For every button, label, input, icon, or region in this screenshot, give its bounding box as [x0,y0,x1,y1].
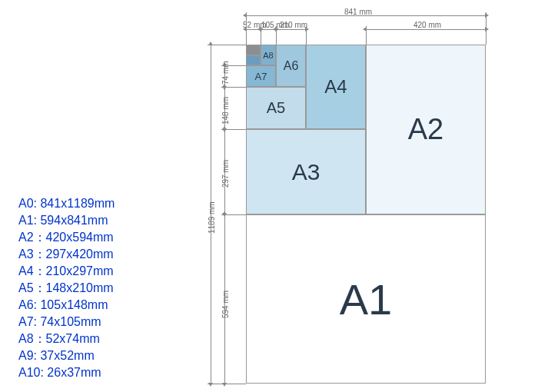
sheet-a1: A1 [246,214,486,384]
tick-line [276,26,277,45]
sheet-label: A1 [340,274,393,324]
tick-line [221,87,246,88]
sheet-a9-a10 [246,45,261,55]
dim-label-210: 210 mm [280,21,307,29]
sheet-label: A7 [255,71,267,82]
sheet-small [246,55,261,65]
dim-line-420 [366,29,486,30]
sheet-a6: A6 [276,45,306,87]
dim-label-297: 297 mm [221,160,230,188]
sheet-label: A8 [263,51,273,60]
tick-line [261,26,261,45]
dim-label-420: 420 mm [413,21,441,29]
paper-size-diagram: 841 mm 52 mm 105 mm 210 mm 420 mm 1189 m… [191,11,523,384]
tick-line [208,45,246,45]
sheet-a3: A3 [246,129,366,214]
sheet-label: A3 [292,159,320,185]
sheet-a8: A8 [261,45,276,65]
dim-label-594: 594 mm [221,291,230,318]
tick-line [208,384,246,384]
legend-item: A4：210x297mm [18,263,115,280]
legend-item: A5：148x210mm [18,280,115,297]
tick-line [366,26,367,45]
legend-item: A7: 74x105mm [18,314,115,331]
sheet-a4: A4 [306,45,366,129]
dim-line-210 [276,29,306,30]
sheet-a2: A2 [366,45,486,214]
dim-label-1189: 1189 mm [208,201,216,234]
sheet-label: A6 [284,59,299,73]
tick-line [306,26,307,45]
sheet-a7: A7 [246,65,276,87]
legend-item: A10: 26x37mm [18,364,115,381]
sheet-label: A5 [267,99,285,117]
sheet-label: A2 [408,113,443,146]
size-legend: A0: 841x1189mm A1: 594x841mm A2：420x594m… [18,195,115,381]
legend-item: A8：52x74mm [18,331,115,347]
tick-line [246,12,247,45]
tick-line [486,12,487,45]
legend-item: A0: 841x1189mm [18,195,115,212]
legend-item: A1: 594x841mm [18,212,115,229]
tick-line [221,214,246,215]
tick-line [221,129,246,130]
tick-line [221,65,246,66]
sheet-a5: A5 [246,87,306,129]
sheet-label: A4 [324,76,347,98]
legend-item: A3：297x420mm [18,246,115,263]
legend-item: A9: 37x52mm [18,347,115,364]
dim-label-841: 841 mm [344,8,372,16]
legend-item: A6: 105x148mm [18,297,115,314]
legend-item: A2：420x594mm [18,229,115,246]
dim-label-148: 148 mm [221,97,230,125]
